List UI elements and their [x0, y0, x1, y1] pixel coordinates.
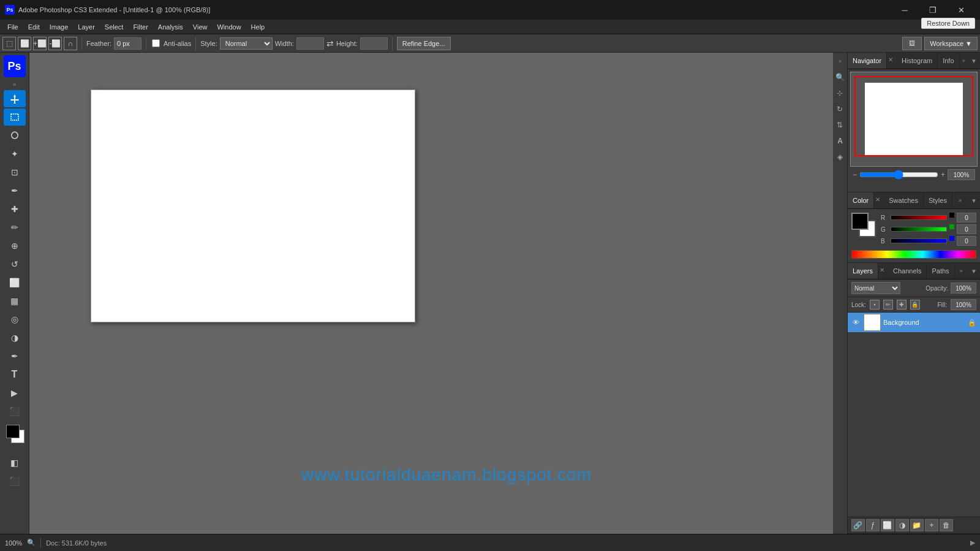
new-group-button[interactable]: 📁 — [910, 519, 924, 531]
g-value-input[interactable] — [957, 224, 976, 234]
b-slider[interactable] — [891, 238, 947, 243]
height-input[interactable] — [360, 37, 388, 50]
close-button[interactable]: ✕ — [947, 0, 975, 20]
lock-transparent-icon[interactable]: ▪ — [870, 300, 880, 310]
vt-zoom-icon[interactable]: 🔍 — [833, 70, 846, 85]
layers-panel-options[interactable]: ▼ — [968, 263, 980, 279]
layers-tab[interactable]: Layers — [848, 263, 878, 279]
canvas-document[interactable] — [91, 89, 415, 322]
menu-view[interactable]: View — [188, 20, 213, 34]
link-layers-button[interactable]: 🔗 — [851, 519, 865, 531]
navigator-preview[interactable] — [850, 72, 978, 167]
antialias-checkbox[interactable] — [152, 39, 160, 47]
background-layer-row[interactable]: 👁 Background 🔒 — [848, 313, 980, 332]
add-selection-icon[interactable]: +⬜ — [33, 37, 47, 50]
b-value-input[interactable] — [957, 236, 976, 246]
fill-input[interactable] — [951, 299, 976, 310]
layers-close[interactable]: ✕ — [880, 267, 888, 275]
zoom-icon[interactable]: 🔍 — [27, 539, 36, 547]
new-layer-button[interactable]: + — [925, 519, 938, 531]
menu-edit[interactable]: Edit — [23, 20, 45, 34]
rectangular-marquee-tool[interactable] — [4, 108, 26, 126]
subtract-selection-icon[interactable]: -⬜ — [48, 37, 62, 50]
intersect-selection-icon[interactable]: ∩ — [64, 37, 77, 50]
nav-panel-expand[interactable]: » — [962, 58, 965, 64]
quick-mask-tool[interactable]: ◧ — [4, 454, 26, 471]
vt-transform-icon[interactable]: ⊹ — [833, 86, 846, 101]
marquee-options-icon[interactable]: ⬚ — [2, 37, 16, 50]
lock-image-icon[interactable]: ✏ — [883, 300, 893, 310]
info-tab[interactable]: Info — [938, 53, 959, 69]
vt-navigator-icon[interactable]: » — [833, 54, 846, 69]
restore-button[interactable]: ❐ — [919, 0, 947, 20]
menu-image[interactable]: Image — [45, 20, 74, 34]
opacity-input[interactable] — [951, 283, 976, 294]
swatches-tab[interactable]: Swatches — [884, 192, 924, 208]
menu-layer[interactable]: Layer — [73, 20, 100, 34]
zoom-out-icon[interactable]: − — [853, 170, 857, 179]
style-select[interactable]: Normal Fixed Ratio Fixed Size — [220, 37, 273, 50]
blend-mode-select[interactable]: Normal Multiply Screen — [851, 282, 900, 294]
color-tab[interactable]: Color — [848, 192, 874, 208]
layer-visibility-icon[interactable]: 👁 — [851, 317, 861, 327]
blur-tool[interactable]: ◎ — [4, 311, 26, 328]
refine-edge-button[interactable]: Refine Edge... — [397, 37, 451, 50]
menu-file[interactable]: File — [2, 20, 23, 34]
eraser-tool[interactable]: ⬜ — [4, 274, 26, 291]
color-panel-options[interactable]: ▼ — [968, 192, 980, 208]
histogram-tab[interactable]: Histogram — [897, 53, 938, 69]
new-selection-icon[interactable]: ⬜ — [18, 37, 31, 50]
swap-dimensions-icon[interactable]: ⇄ — [326, 39, 334, 48]
vt-flip-icon[interactable]: ⇅ — [833, 118, 846, 132]
menu-select[interactable]: Select — [100, 20, 129, 34]
gradient-tool[interactable]: ▦ — [4, 292, 26, 310]
lock-position-icon[interactable]: ✚ — [897, 300, 907, 310]
channels-tab[interactable]: Channels — [888, 263, 927, 279]
text-tool[interactable]: T — [4, 366, 26, 383]
screen-mode-tool[interactable]: ⬛ — [4, 473, 26, 490]
styles-tab[interactable]: Styles — [924, 192, 952, 208]
paths-tab[interactable]: Paths — [927, 263, 954, 279]
r-value-input[interactable] — [957, 213, 976, 222]
eyedropper-tool[interactable]: ✒ — [4, 182, 26, 199]
lock-all-icon[interactable]: 🔒 — [910, 300, 920, 310]
menu-help[interactable]: Help — [246, 20, 270, 34]
status-forward-arrow[interactable]: ▶ — [970, 539, 975, 547]
minimize-button[interactable]: ─ — [891, 0, 919, 20]
g-slider[interactable] — [891, 227, 947, 232]
workspace-preview-icon[interactable]: 🖼 — [902, 37, 922, 50]
color-spectrum[interactable] — [851, 250, 976, 259]
new-fill-layer-button[interactable]: ◑ — [895, 519, 909, 531]
menu-analysis[interactable]: Analysis — [153, 20, 188, 34]
dodge-tool[interactable]: ◑ — [4, 329, 26, 346]
history-brush-tool[interactable]: ↺ — [4, 256, 26, 273]
navigator-close[interactable]: ✕ — [888, 56, 897, 65]
foreground-color-swatch[interactable] — [851, 213, 869, 230]
path-selection-tool[interactable]: ▶ — [4, 384, 26, 401]
nav-panel-options[interactable]: ▼ — [968, 53, 980, 69]
foreground-color[interactable] — [6, 425, 20, 438]
navigator-tab[interactable]: Navigator — [848, 53, 887, 69]
layer-styles-button[interactable]: ƒ — [866, 519, 880, 531]
layers-panel-expand[interactable]: » — [960, 268, 963, 274]
menu-filter[interactable]: Filter — [128, 20, 153, 34]
workspace-button[interactable]: Workspace ▼ — [924, 37, 978, 50]
layer-mask-button[interactable]: ⬜ — [881, 519, 894, 531]
vt-rotate-icon[interactable]: ↻ — [833, 102, 846, 116]
color-panel-expand[interactable]: » — [959, 197, 962, 203]
shape-tool[interactable]: ⬛ — [4, 403, 26, 420]
r-slider[interactable] — [891, 215, 947, 220]
zoom-slider[interactable] — [859, 170, 938, 180]
left-toolbar-expand[interactable]: » — [13, 81, 17, 88]
crop-tool[interactable]: ⊡ — [4, 164, 26, 181]
zoom-value-input[interactable] — [948, 169, 975, 180]
clone-stamp-tool[interactable]: ⊕ — [4, 237, 26, 254]
healing-brush-tool[interactable]: ✚ — [4, 200, 26, 218]
pen-tool[interactable]: ✒ — [4, 348, 26, 365]
width-input[interactable] — [296, 37, 324, 50]
move-tool[interactable] — [4, 90, 26, 107]
vt-3d-icon[interactable]: ◈ — [833, 150, 846, 164]
brush-tool[interactable]: ✏ — [4, 219, 26, 236]
zoom-in-icon[interactable]: + — [941, 170, 945, 179]
magic-wand-tool[interactable]: ✦ — [4, 145, 26, 162]
